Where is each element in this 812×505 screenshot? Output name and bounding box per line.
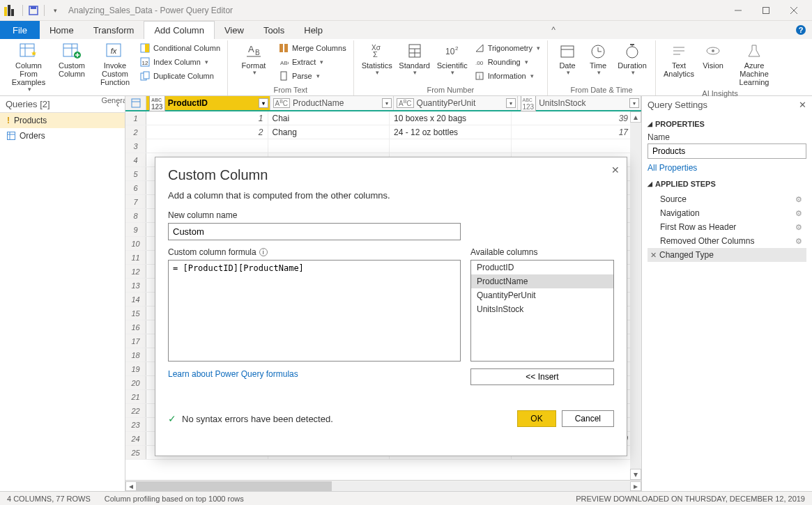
available-column-item[interactable]: ProductID xyxy=(471,261,613,274)
vision-button[interactable]: Vision xyxy=(698,40,728,71)
filter-dropdown-icon[interactable]: ▾ xyxy=(506,98,516,108)
tab-transform[interactable]: Transform xyxy=(84,21,144,39)
gear-icon[interactable]: ⚙ xyxy=(795,223,802,232)
cell[interactable]: 24 - 12 oz bottles xyxy=(390,125,512,139)
applied-step[interactable]: Removed Other Columns⚙ xyxy=(648,234,806,248)
scroll-up-icon[interactable]: ▴ xyxy=(630,111,641,123)
statistics-button[interactable]: XσΣ Statistics▾ xyxy=(358,40,396,78)
information-button[interactable]: iInformation▾ xyxy=(471,70,543,82)
rounding-button[interactable]: .00Rounding▾ xyxy=(471,56,543,68)
conditional-column-button[interactable]: Conditional Column xyxy=(137,42,223,54)
parse-button[interactable]: Parse▾ xyxy=(275,70,349,82)
cell[interactable]: 17 xyxy=(512,125,642,139)
gear-icon[interactable]: ⚙ xyxy=(795,237,802,246)
filter-dropdown-icon[interactable]: ▾ xyxy=(382,98,392,108)
close-settings-icon[interactable]: ✕ xyxy=(799,100,806,110)
cell[interactable] xyxy=(512,139,642,153)
query-item[interactable]: !Products xyxy=(0,113,125,128)
insert-button[interactable]: << Insert xyxy=(470,368,614,385)
datatype-icon[interactable]: ABC123 xyxy=(149,96,165,111)
gear-icon[interactable]: ⚙ xyxy=(795,195,802,204)
cell[interactable] xyxy=(390,139,512,153)
tab-add-column[interactable]: Add Column xyxy=(144,21,215,39)
ribbon-collapse-icon[interactable]: ^ xyxy=(551,21,556,39)
cell[interactable] xyxy=(146,139,268,153)
time-button[interactable]: Time▾ xyxy=(583,40,613,78)
applied-steps-section[interactable]: ◢APPLIED STEPS xyxy=(648,180,806,188)
cell[interactable]: Chang xyxy=(268,125,390,139)
available-column-item[interactable]: UnitsInStock xyxy=(471,302,613,316)
scroll-down-icon[interactable]: ▾ xyxy=(630,469,641,480)
all-properties-link[interactable]: All Properties xyxy=(648,163,697,173)
tab-help[interactable]: Help xyxy=(294,21,332,39)
column-header[interactable]: ABC123UnitsInStock▾ xyxy=(518,96,642,110)
vertical-scrollbar[interactable]: ▴ ▾ xyxy=(630,111,641,480)
tab-tools[interactable]: Tools xyxy=(254,21,294,39)
cell[interactable]: 39 xyxy=(512,111,642,125)
available-column-item[interactable]: QuantityPerUnit xyxy=(471,288,613,302)
filter-dropdown-icon[interactable]: ▾ xyxy=(629,98,639,108)
column-header[interactable]: ABC123ProductID▾ xyxy=(146,96,270,110)
scroll-right-icon[interactable]: ▸ xyxy=(630,481,641,491)
applied-step[interactable]: ✕Changed Type xyxy=(648,248,806,262)
close-button[interactable] xyxy=(780,0,808,21)
tab-view[interactable]: View xyxy=(215,21,254,39)
custom-column-button[interactable]: Custom Column xyxy=(50,40,93,79)
scroll-left-icon[interactable]: ◂ xyxy=(125,481,137,491)
index-column-button[interactable]: 12Index Column▾ xyxy=(137,56,223,68)
cell[interactable] xyxy=(268,139,390,153)
applied-step[interactable]: First Row as Header⚙ xyxy=(648,220,806,234)
query-item[interactable]: Orders xyxy=(0,128,125,143)
applied-step[interactable]: Navigation⚙ xyxy=(648,206,806,220)
duplicate-column-button[interactable]: Duplicate Column xyxy=(137,70,223,82)
datatype-icon[interactable]: ABC xyxy=(397,98,414,108)
tab-home[interactable]: Home xyxy=(40,21,84,39)
horizontal-scrollbar[interactable]: ◂ ▸ xyxy=(125,480,641,491)
learn-link[interactable]: Learn about Power Query formulas xyxy=(168,369,298,379)
properties-section[interactable]: ◢PROPERTIES xyxy=(648,120,806,128)
cell[interactable]: Chai xyxy=(268,111,390,125)
text-analytics-button[interactable]: Text Analytics xyxy=(660,40,698,79)
table-row[interactable]: 22Chang24 - 12 oz bottles17 xyxy=(125,125,641,139)
column-header[interactable]: ABCQuantityPerUnit▾ xyxy=(394,96,518,110)
cell[interactable]: 2 xyxy=(146,125,268,139)
new-column-name-input[interactable] xyxy=(168,223,461,240)
cell[interactable]: 10 boxes x 20 bags xyxy=(390,111,512,125)
minimize-button[interactable] xyxy=(724,0,752,21)
collapse-icon[interactable]: ‹ xyxy=(116,99,119,109)
save-icon[interactable] xyxy=(26,3,41,18)
table-corner-icon[interactable] xyxy=(125,96,146,110)
ok-button[interactable]: OK xyxy=(517,410,556,427)
column-from-examples-button[interactable]: Column From Examples▾ xyxy=(7,40,50,95)
merge-columns-button[interactable]: Merge Columns xyxy=(275,42,349,54)
info-icon[interactable]: i xyxy=(259,248,268,256)
extract-button[interactable]: ABCExtract▾ xyxy=(275,56,349,68)
formula-input[interactable] xyxy=(168,260,461,362)
dialog-close-icon[interactable]: ✕ xyxy=(611,164,620,176)
help-icon[interactable]: ? xyxy=(795,21,806,39)
date-button[interactable]: Date▾ xyxy=(552,40,583,78)
query-name-input[interactable] xyxy=(648,143,806,159)
maximize-button[interactable] xyxy=(752,0,780,21)
table-row[interactable]: 3 xyxy=(125,139,641,153)
cancel-button[interactable]: Cancel xyxy=(562,410,614,427)
applied-step[interactable]: Source⚙ xyxy=(648,192,806,206)
trigonometry-button[interactable]: Trigonometry▾ xyxy=(471,42,543,54)
gear-icon[interactable]: ⚙ xyxy=(795,209,802,218)
table-row[interactable]: 11Chai10 boxes x 20 bags39 xyxy=(125,111,641,125)
filter-dropdown-icon[interactable]: ▾ xyxy=(259,98,268,108)
azure-ml-button[interactable]: Azure Machine Learning xyxy=(728,40,780,88)
duration-button[interactable]: Duration▾ xyxy=(613,40,651,78)
scientific-button[interactable]: 102 Scientific▾ xyxy=(434,40,471,78)
column-header[interactable]: ABCProductName▾ xyxy=(270,96,394,110)
available-column-item[interactable]: ProductName xyxy=(471,274,613,288)
delete-step-icon[interactable]: ✕ xyxy=(650,251,657,260)
datatype-icon[interactable]: ABC xyxy=(273,98,291,108)
invoke-custom-function-button[interactable]: fx Invoke Custom Function xyxy=(93,40,137,88)
tab-file[interactable]: File xyxy=(0,21,40,39)
format-button[interactable]: AB Format▾ xyxy=(232,40,275,78)
cell[interactable]: 1 xyxy=(146,111,268,125)
qat-dropdown-icon[interactable]: ▾ xyxy=(47,3,63,18)
datatype-icon[interactable]: ABC123 xyxy=(521,96,537,111)
available-columns-list[interactable]: ProductIDProductNameQuantityPerUnitUnits… xyxy=(470,260,614,362)
